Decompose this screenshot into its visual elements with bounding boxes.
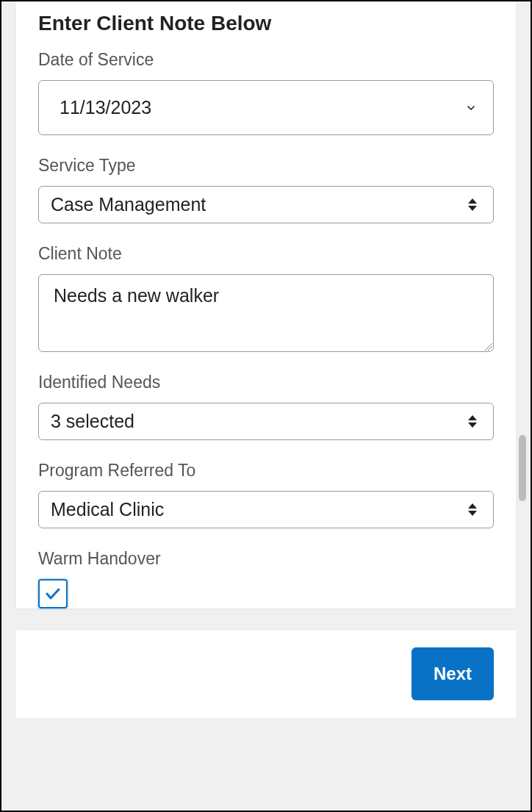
form-card: Enter Client Note Below Date of Service … [16,1,516,608]
stepper-icon [468,198,481,211]
caret-down-icon [468,423,477,428]
stepper-icon [468,415,481,428]
client-note-value: Needs a new walker [54,285,219,306]
stepper-icon [468,503,481,516]
identified-needs-value: 3 selected [51,411,134,432]
caret-up-icon [468,198,477,204]
field-warm-handover: Warm Handover [38,549,494,608]
field-date-of-service: Date of Service 11/13/2023 [38,50,494,135]
label-program-referred-to: Program Referred To [38,461,494,481]
service-type-value: Case Management [51,194,206,215]
scrollbar-thumb[interactable] [519,435,526,501]
client-note-textarea[interactable]: Needs a new walker [38,274,494,352]
chevron-down-icon [465,102,477,114]
label-warm-handover: Warm Handover [38,549,494,569]
date-value: 11/13/2023 [60,97,151,118]
service-type-select[interactable]: Case Management [38,186,494,223]
field-program-referred-to: Program Referred To Medical Clinic [38,461,494,528]
checkmark-icon [44,585,62,603]
form-footer: Next [16,629,516,718]
label-identified-needs: Identified Needs [38,373,494,392]
label-date-of-service: Date of Service [38,50,494,70]
next-button[interactable]: Next [411,647,494,700]
field-service-type: Service Type Case Management [38,156,494,223]
field-client-note: Client Note Needs a new walker [38,244,494,352]
caret-down-icon [468,206,477,211]
caret-up-icon [468,503,477,509]
warm-handover-checkbox[interactable] [38,579,68,608]
date-of-service-input[interactable]: 11/13/2023 [38,80,494,135]
caret-up-icon [468,415,477,420]
resize-handle-icon[interactable] [485,343,492,351]
label-service-type: Service Type [38,156,494,176]
label-client-note: Client Note [38,244,494,264]
identified-needs-select[interactable]: 3 selected [38,403,494,440]
program-referred-to-value: Medical Clinic [51,499,164,520]
page-title: Enter Client Note Below [38,1,494,50]
field-identified-needs: Identified Needs 3 selected [38,373,494,440]
program-referred-to-select[interactable]: Medical Clinic [38,491,494,528]
caret-down-icon [468,511,477,516]
